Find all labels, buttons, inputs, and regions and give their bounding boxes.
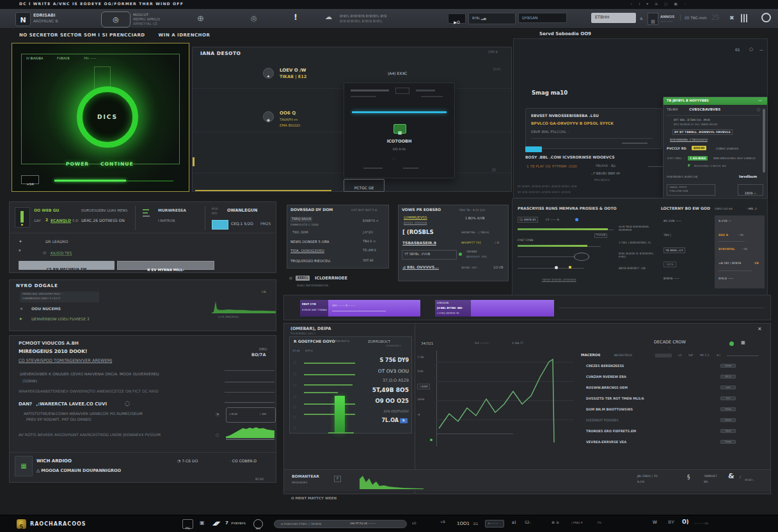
slider-line[interactable] — [225, 382, 274, 382]
slider-line[interactable] — [225, 370, 274, 371]
card-box1[interactable]: YAW31, POYYS TYBLLLYBY DVB — [667, 184, 715, 196]
ampersand-icon[interactable]: & — [728, 473, 734, 481]
a2-icon[interactable]: S2- — [525, 520, 531, 525]
hero-panel[interactable]: IV BIASIBA FVBAVB PRI —— DICS POWER CONT… — [12, 43, 189, 192]
chart-circle-icon[interactable]: ○ — [216, 433, 219, 437]
task-item-1[interactable]: ✦ LOEV O /W TIKAB | E12 — [263, 66, 346, 83]
mini-monitor-badge[interactable]: BYBL ▂▄ — [468, 13, 516, 24]
a3-icons[interactable]: ⊕ ≡ — [552, 520, 559, 525]
col-b[interactable]: BECROTECD — [614, 354, 632, 357]
panelB-r1a[interactable]: LOMIMUEVSS — [404, 215, 427, 219]
help-circle-icon[interactable]: ◯ — [125, 401, 130, 406]
barcode-icon[interactable] — [741, 14, 747, 22]
panelB-r2a[interactable]: [ (ROSBLS — [402, 230, 434, 236]
slider-track[interactable] — [518, 268, 584, 269]
pctgc-button[interactable]: PCTGC GE — [344, 179, 385, 192]
slider-handle[interactable] — [555, 266, 558, 269]
panelD-row-l[interactable]: BYBYB —— — [663, 277, 679, 280]
process-row-name[interactable]: DVSSIZTD TER ROT TMEN MLS/A — [586, 397, 644, 401]
news-icon-dash[interactable]: — — [759, 48, 763, 52]
watch-row1[interactable]: OOU NUCEMS — [31, 307, 61, 311]
a1-icon[interactable]: a) — [512, 520, 516, 525]
o-icon[interactable]: O) — [682, 519, 688, 525]
taskbar-logo[interactable]: S — [17, 519, 26, 529]
hero-corner-box[interactable]: +94 — [21, 175, 39, 184]
yt-badge[interactable]: ▶O — [448, 13, 466, 24]
table-row-label[interactable]: NEWS OONSER 5 ORA — [290, 240, 329, 244]
process-row-name[interactable]: CREZES BERENZEESS — [586, 364, 624, 368]
gauge-refresh-icon[interactable]: ◔ — [216, 412, 219, 417]
news-line2[interactable]: 1 7B PLAY OV. PYTRNM .OUD — [527, 164, 577, 168]
window-glyph-icon[interactable]: ▣ — [200, 520, 205, 526]
panelD-row-l[interactable]: ⊞1.VVB —— — [663, 219, 681, 223]
news-icon-circle[interactable]: ○ — [749, 47, 753, 52]
titlebar-icons[interactable]: ∘ i ▾ ≡ ○ ▣ ◦ — [630, 2, 688, 6]
table-row-label[interactable]: T9O..SOM — [292, 231, 308, 235]
taskbar-app-label[interactable]: RAOCHARACOOS — [30, 521, 86, 527]
update-card-minimize[interactable]: — — [758, 98, 762, 103]
table-row-label[interactable]: TROJLS5O2O RIEOCEU. — [290, 259, 331, 263]
console-preview[interactable]: ▦ ICO7OOBH OO A-0s ¦ - — [344, 82, 455, 178]
green-badge[interactable]: 1 AS-BIAS — [688, 156, 708, 160]
process-row-name[interactable]: DUM BN.M BHOTTUWSWS — [586, 408, 633, 412]
table-row-label[interactable]: T9RQ 9A/U6 — [290, 217, 312, 222]
panelB-r4-box[interactable]: YT SBYBL .VVVB — [402, 250, 457, 260]
close-icon[interactable]: ✕ — [758, 326, 762, 332]
taskbar-plus[interactable]: +B — [440, 520, 445, 524]
card-r3[interactable]: BYBYBBBBBL CTBSSVVVVI — [670, 138, 708, 141]
card-scrollbar[interactable] — [763, 109, 765, 173]
process-row-name[interactable]: CUNZAM RVEREW ERA — [586, 375, 626, 379]
article-underlink[interactable]: CO STEVRISPOD TOMITAGENIVVER AREWEMJ — [19, 359, 112, 363]
col-c[interactable]: LC — [678, 354, 682, 357]
panelC-foot[interactable]: YBYBY BYBYBL BYBYBYB — [542, 278, 576, 281]
process-row-name[interactable]: TROROES ERO FIEFRETS.EM — [586, 430, 636, 434]
chevron-down-icon[interactable]: ⌄ — [668, 345, 671, 349]
panelB-r5a[interactable]: ⊿ BBL OVVVVS... — [402, 265, 439, 270]
refresh-icon[interactable]: ○ — [757, 107, 760, 112]
go-circle-icon[interactable]: GO — [253, 519, 263, 529]
photo-thumb[interactable]: ▨ — [647, 13, 658, 25]
address-input[interactable]: DYBSAN — [518, 13, 567, 23]
search-input[interactable]: ETBHH — [591, 13, 636, 23]
taskbar-search[interactable]: A PVBVLYBS PYBYL | TBYBYB 499 PT Pd UB —… — [274, 520, 407, 528]
slider-line[interactable] — [225, 392, 274, 393]
slider-line[interactable] — [225, 402, 274, 403]
footer-p-icon[interactable]: P — [334, 476, 341, 482]
capture-button[interactable]: ◎ — [101, 12, 131, 27]
col-d[interactable]: %P — [688, 354, 693, 357]
cyan-swatch[interactable] — [212, 220, 228, 230]
stats-button-1[interactable]: CS RN MECHBUA EM — [19, 261, 115, 270]
app-logo[interactable]: N — [15, 12, 31, 26]
wing-icon[interactable]: ◢◤ — [212, 520, 220, 526]
col-e[interactable]: 99.7.2 — [700, 354, 709, 357]
stat1-green[interactable]: OO WEB GU — [34, 208, 59, 213]
stats-row1[interactable]: DR LEADRO — [45, 240, 68, 244]
monitor-tab[interactable]: (OMEBAR), DEIPA — [290, 327, 331, 331]
card-box2[interactable]: 1609 ~ — [738, 184, 763, 196]
panelB-r3a[interactable]: TSBASBASEIR.9 — [402, 241, 436, 246]
by-icon[interactable]: BY — [668, 520, 674, 525]
col-a[interactable]: MACERO6 — [581, 353, 600, 357]
purple-bar-2[interactable]: LYBYLVVB JV-BBL BYTBN -BW- C.F.BYJ.VBYBY… — [435, 300, 554, 317]
table-row-label[interactable]: TIDA, OO9OG2O5O — [290, 249, 324, 253]
task-item-2[interactable]: ◈ OO6 Q TAVAPH-m EMA BIGGO — [263, 110, 346, 132]
process-row-name[interactable]: ROSWW.BRRCNSS OEM — [586, 386, 628, 390]
yellow-badge[interactable]: SIVCIO — [692, 146, 706, 150]
scissors-icon[interactable]: ✖ — [729, 15, 734, 21]
stats-button-2[interactable]: R EV MYRNA MILL- — [117, 261, 214, 270]
globe-icon[interactable]: ⊕ — [197, 14, 204, 24]
news-icon-01[interactable]: 01 — [735, 48, 740, 52]
panelD-row-l[interactable]: YB BBBL.LLY — [663, 247, 685, 253]
col-f[interactable]: 4 ( — [717, 354, 720, 357]
cyan-badge[interactable]: CO DO — [525, 146, 542, 152]
stat1-link[interactable]: ECANQLD — [51, 219, 71, 223]
news-infobox[interactable]: EBVSST NVBOSSEBISBEBA .LSU BPVLCO GA-ORV… — [525, 108, 662, 149]
process-row-name[interactable]: VEVREA-ERRVRSE VEA — [586, 441, 626, 444]
update-card[interactable]: TB JBYBYL B HOYYYBBS — TBVBM CVBSCBAVBVB… — [663, 97, 768, 199]
watch-row2[interactable]: DENVERBOW USEU FUVIESE 3 — [31, 317, 90, 322]
search-loop-icon[interactable]: ◎ — [251, 15, 257, 23]
gauge-box[interactable]: 1-BVW I .BM — [226, 407, 276, 423]
panelD-row-l[interactable]: TBV | — [663, 233, 671, 237]
grid-view-icon[interactable]: ▦ — [741, 340, 745, 345]
stats-row2[interactable]: KILISSI TES — [51, 251, 72, 256]
